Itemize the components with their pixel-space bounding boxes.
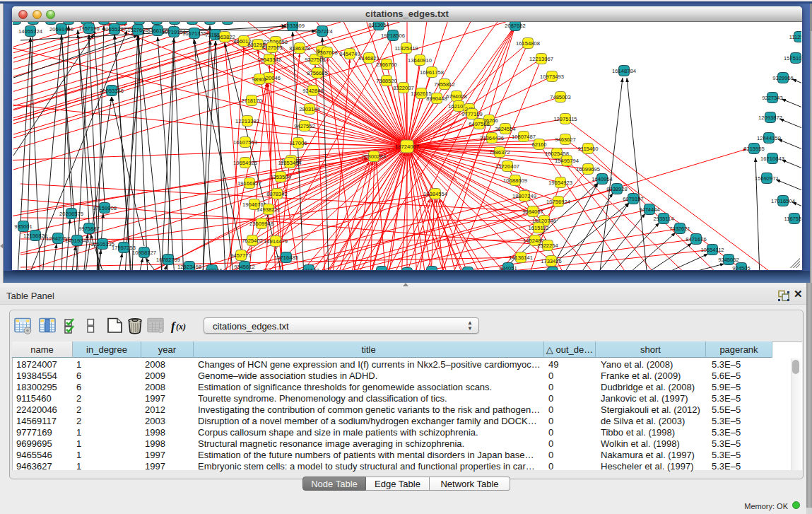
svg-text:9327503: 9327503 — [305, 57, 326, 63]
svg-text:9245052: 9245052 — [718, 257, 739, 263]
svg-text:935001: 935001 — [14, 223, 32, 230]
svg-text:10655287: 10655287 — [102, 26, 126, 33]
svg-text:10782759: 10782759 — [156, 257, 180, 263]
svg-text:13640910: 13640910 — [408, 57, 432, 64]
svg-text:7986372: 7986372 — [489, 149, 510, 156]
svg-text:1640954: 1640954 — [592, 176, 613, 182]
svg-text:9427552: 9427552 — [294, 123, 315, 129]
svg-text:9463627: 9463627 — [555, 136, 576, 143]
svg-text:17159908: 17159908 — [93, 205, 117, 211]
svg-text:14519345: 14519345 — [65, 238, 89, 244]
svg-text:10973493: 10973493 — [540, 74, 564, 80]
svg-text:10688609: 10688609 — [503, 177, 527, 184]
svg-text:19218506: 19218506 — [381, 33, 405, 39]
svg-text:18807249: 18807249 — [512, 193, 536, 199]
svg-text:12975115: 12975115 — [553, 116, 577, 122]
svg-text:10654112: 10654112 — [700, 247, 724, 253]
svg-text:16033809: 16033809 — [281, 23, 305, 29]
svg-text:8322037: 8322037 — [393, 85, 414, 91]
svg-text:2087682: 2087682 — [505, 23, 526, 29]
svg-text:19384554: 19384554 — [423, 191, 447, 197]
svg-text:(x): (x) — [176, 322, 186, 332]
svg-text:12156829: 12156829 — [23, 233, 47, 239]
svg-text:772451: 772451 — [372, 269, 390, 270]
svg-text:10543342: 10543342 — [257, 57, 281, 63]
svg-text:7632621: 7632621 — [669, 226, 690, 232]
svg-text:20053346: 20053346 — [100, 88, 124, 94]
svg-text:1571648: 1571648 — [298, 267, 319, 270]
svg-text:11853494: 11853494 — [278, 160, 301, 166]
svg-text:14938222: 14938222 — [257, 206, 281, 213]
svg-text:1353594: 1353594 — [270, 174, 291, 180]
svg-text:2935114: 2935114 — [654, 216, 674, 222]
svg-text:9242848: 9242848 — [302, 88, 324, 94]
svg-text:2718170: 2718170 — [241, 98, 262, 104]
svg-text:16210643: 16210643 — [760, 156, 784, 162]
svg-text:1112541: 1112541 — [789, 34, 801, 40]
svg-text:204531: 204531 — [423, 269, 440, 270]
svg-text:9329966: 9329966 — [772, 75, 794, 81]
svg-text:2803144: 2803144 — [299, 106, 320, 112]
svg-text:1167534: 1167534 — [784, 216, 802, 222]
svg-text:14136141: 14136141 — [509, 255, 533, 261]
svg-text:14914479: 14914479 — [264, 238, 288, 245]
svg-text:15751074: 15751074 — [784, 55, 801, 62]
svg-text:98901: 98901 — [252, 76, 266, 83]
svg-text:8471676: 8471676 — [686, 236, 707, 243]
svg-text:9345612: 9345612 — [234, 264, 255, 270]
svg-text:7588520: 7588520 — [376, 78, 397, 84]
svg-text:9127503: 9127503 — [261, 45, 283, 51]
svg-text:6794028: 6794028 — [446, 93, 467, 100]
svg-text:15495794: 15495794 — [555, 158, 579, 164]
svg-text:21364436: 21364436 — [480, 135, 504, 141]
svg-text:1045793: 1045793 — [457, 269, 478, 270]
svg-text:23609948: 23609948 — [249, 221, 273, 227]
svg-text:14055724: 14055724 — [18, 28, 42, 35]
svg-text:2522254: 2522254 — [537, 243, 558, 249]
svg-text:1957196: 1957196 — [78, 25, 100, 32]
svg-text:19166827: 19166827 — [237, 180, 261, 187]
svg-text:2367608: 2367608 — [317, 49, 338, 56]
svg-text:16671355: 16671355 — [182, 30, 206, 37]
svg-text:6497568: 6497568 — [469, 121, 490, 127]
svg-text:8186328: 8186328 — [289, 45, 310, 52]
svg-text:7955812: 7955812 — [434, 81, 455, 88]
svg-text:8756685: 8756685 — [307, 70, 328, 76]
svg-text:16961758: 16961758 — [420, 69, 444, 76]
svg-text:1733426: 1733426 — [541, 258, 562, 264]
svg-text:834051: 834051 — [499, 265, 517, 270]
svg-text:15692971: 15692971 — [755, 175, 779, 182]
svg-text:15720407: 15720407 — [495, 163, 519, 170]
svg-text:12213967: 12213967 — [529, 56, 553, 62]
svg-text:8938928: 8938928 — [606, 186, 628, 192]
svg-text:8813054: 8813054 — [368, 22, 389, 28]
svg-text:9975887: 9975887 — [78, 226, 100, 232]
svg-text:6879197: 6879197 — [623, 196, 644, 202]
svg-text:924505: 924505 — [732, 265, 750, 270]
svg-text:16154808: 16154808 — [516, 40, 540, 47]
svg-text:7625402: 7625402 — [242, 238, 263, 244]
svg-text:17016504: 17016504 — [771, 198, 795, 204]
svg-text:19654925: 19654925 — [233, 160, 257, 166]
svg-text:20206575: 20206575 — [59, 211, 83, 217]
svg-text:20691406: 20691406 — [49, 26, 73, 33]
svg-text:11325419: 11325419 — [394, 45, 418, 52]
svg-text:2366760: 2366760 — [376, 62, 397, 68]
svg-text:10958127: 10958127 — [132, 250, 156, 256]
svg-text:25300283: 25300283 — [362, 153, 386, 160]
svg-text:9457771: 9457771 — [230, 252, 252, 259]
svg-text:7357224: 7357224 — [312, 28, 333, 35]
svg-text:19654923: 19654923 — [548, 180, 572, 186]
svg-text:12093872: 12093872 — [758, 115, 782, 121]
svg-text:10807487: 10807487 — [512, 134, 536, 140]
svg-text:117006: 117006 — [290, 140, 307, 146]
svg-text:62160: 62160 — [531, 141, 546, 148]
svg-text:9777169: 9777169 — [461, 111, 483, 117]
svg-text:12923468: 12923468 — [177, 264, 201, 270]
svg-text:1527602: 1527602 — [127, 27, 148, 33]
svg-text:12213382: 12213382 — [235, 118, 259, 124]
svg-text:16107553: 16107553 — [233, 139, 257, 146]
svg-text:1292346: 1292346 — [201, 267, 223, 270]
svg-text:8215955: 8215955 — [743, 146, 765, 152]
svg-text:7485003: 7485003 — [550, 94, 571, 100]
